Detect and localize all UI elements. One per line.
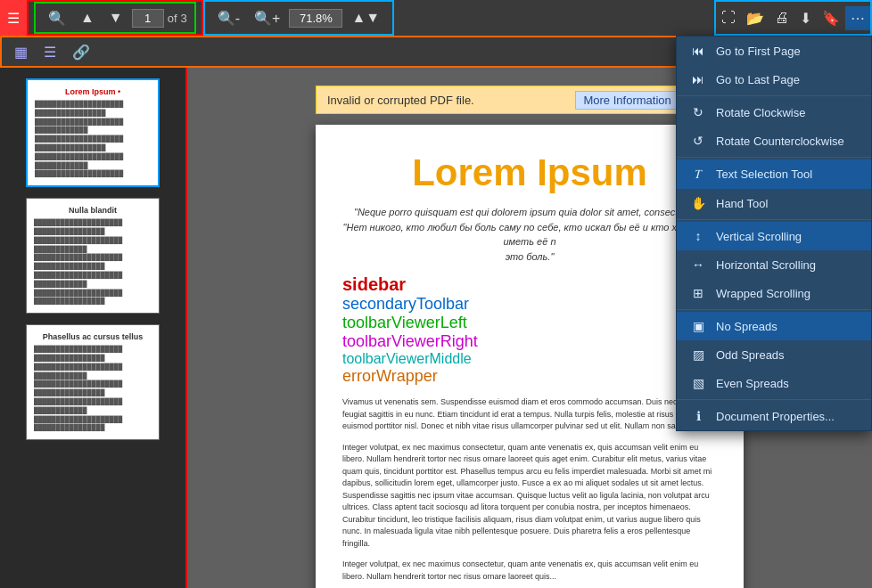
menu-horizontal-scrolling[interactable]: ↔ Horizontal Scrolling [677, 250, 871, 279]
dropdown-menu: ⏮ Go to First Page ⏭ Go to Last Page ↻ R… [676, 68, 872, 431]
page-nav-group: 🔍 ▲ ▼ of 3 [34, 2, 196, 34]
odd-spreads-icon: ▨ [689, 347, 707, 362]
fullscreen-button[interactable]: ⛶ [716, 6, 741, 29]
menu-no-spreads[interactable]: ▣ No Spreads [677, 312, 871, 340]
thumbnail-1-title: Lorem Ipsum • [35, 87, 151, 96]
list-view-button[interactable]: ☰ [38, 40, 62, 64]
pdf-body-3: Integer volutpat, ex nec maximus consect… [342, 559, 717, 583]
hand-tool-icon: ✋ [689, 196, 707, 210]
zoom-group: 🔍- 🔍+ ▲▼ [203, 0, 394, 36]
pdf-subtitle: "Neque porro quisquam est qui dolorem ip… [342, 205, 717, 264]
menu-divider-5 [677, 399, 871, 400]
thumbnail-3[interactable]: Phasellus ac cursus tellus █████████████… [26, 324, 160, 440]
pdf-body-2: Integer volutpat, ex nec maximus consect… [342, 442, 717, 551]
no-spreads-label: No Spreads [716, 320, 777, 333]
menu-text-selection[interactable]: 𝑇 Text Selection Tool [677, 159, 871, 189]
pdf-title: Lorem Ipsum [342, 151, 717, 194]
thumb1-title-text: Lorem Ipsum [65, 87, 116, 96]
menu-odd-spreads[interactable]: ▨ Odd Spreads [677, 340, 871, 369]
page-of-label: of [168, 12, 177, 25]
hamburger-button[interactable]: ☰ [0, 0, 27, 36]
error-message: Invalid or corrupted PDF file. [327, 94, 568, 107]
zoom-input[interactable] [289, 9, 342, 28]
link-button[interactable]: 🔗 [67, 40, 95, 64]
rotate-ccw-label: Rotate Counterclockwise [716, 135, 844, 148]
thumbnail-2-title: Nulla blandit [34, 206, 152, 215]
menu-divider-4 [677, 309, 871, 310]
pdf-subtitle-line3: это боль." [506, 251, 555, 262]
more-button[interactable]: ⋯ [845, 6, 870, 30]
thumbnail-3-content: ████████████████████ ████████████████ ██… [34, 345, 152, 432]
thumbnail-list: Lorem Ipsum • ████████████████████ █████… [0, 68, 185, 451]
main-content: Lorem Ipsum • ████████████████████ █████… [0, 68, 872, 588]
toolbar-right-group: ⛶ 📂 🖨 ⬇ 🔖 ⋯ [714, 0, 872, 36]
label-toolbar-right: toolbarViewerRight [342, 332, 717, 351]
toolbar-left-group: 🔍 ▲ ▼ of 3 [27, 0, 203, 36]
text-selection-label: Text Selection Tool [716, 167, 812, 181]
menu-document-properties[interactable]: ℹ Document Properties... [677, 402, 871, 430]
pdf-subtitle-line2: "Нет никого, кто любил бы боль саму по с… [343, 222, 717, 248]
label-toolbar-middle: toolbarViewerMiddle [342, 351, 717, 367]
sidebar: Lorem Ipsum • ████████████████████ █████… [0, 68, 187, 588]
thumbnail-1[interactable]: Lorem Ipsum • ████████████████████ █████… [26, 78, 160, 187]
next-page-button[interactable]: ▼ [103, 6, 128, 29]
pdf-subtitle-line1: "Neque porro quisquam est qui dolorem ip… [354, 207, 705, 217]
rotate-ccw-icon: ↺ [689, 134, 707, 148]
label-secondary-toolbar: secondaryToolbar [342, 295, 717, 314]
menu-even-spreads[interactable]: ▧ Even Spreads [677, 369, 871, 397]
wrapped-scroll-icon: ⊞ [689, 286, 707, 300]
label-sidebar: sidebar [342, 274, 717, 295]
rotate-cw-icon: ↻ [689, 105, 707, 119]
document-properties-icon: ℹ [689, 409, 707, 423]
find-button[interactable]: 🔍 [43, 6, 71, 30]
even-spreads-label: Even Spreads [716, 377, 789, 390]
menu-hand-tool[interactable]: ✋ Hand Tool [677, 189, 871, 217]
no-spreads-icon: ▣ [689, 319, 707, 333]
page-input[interactable] [132, 9, 164, 28]
menu-divider-2 [677, 157, 871, 158]
download-button[interactable]: ⬇ [794, 6, 817, 30]
menu-vertical-scrolling[interactable]: ↕ Vertical Scrolling [677, 222, 871, 250]
vertical-scrolling-label: Vertical Scrolling [716, 230, 802, 243]
menu-wrapped-scrolling[interactable]: ⊞ Wrapped Scrolling [677, 279, 871, 307]
thumbnail-3-title: Phasellus ac cursus tellus [34, 332, 152, 341]
bookmark-button[interactable]: 🔖 [817, 6, 845, 30]
document-properties-label: Document Properties... [716, 410, 835, 423]
rotate-cw-label: Rotate Clockwise [716, 106, 805, 119]
vertical-scroll-icon: ↕ [689, 229, 707, 243]
go-last-page-icon: ⏭ [689, 72, 707, 86]
toolbar-top: ☰ 🔍 ▲ ▼ of 3 🔍- 🔍+ ▲▼ ⛶ 📂 🖨 ⬇ 🔖 ⋯ [0, 0, 872, 36]
pdf-body-1: Vivamus ut venenatis sem. Suspendisse eu… [342, 396, 717, 433]
thumbnail-2[interactable]: Nulla blandit ████████████████████ █████… [26, 198, 160, 314]
print-button[interactable]: 🖨 [769, 6, 794, 29]
horizontal-scrolling-label: Horizontal Scrolling [716, 258, 816, 272]
grid-view-button[interactable]: ▦ [9, 40, 33, 64]
horizontal-scroll-icon: ↔ [689, 257, 707, 272]
menu-rotate-counterclockwise[interactable]: ↺ Rotate Counterclockwise [677, 127, 871, 155]
zoom-in-button[interactable]: 🔍+ [249, 6, 285, 30]
menu-divider-1 [677, 95, 871, 96]
wrapped-scrolling-label: Wrapped Scrolling [716, 287, 810, 300]
menu-go-last-page[interactable]: ⏭ Go to Last Page [677, 68, 871, 94]
odd-spreads-label: Odd Spreads [716, 348, 785, 362]
thumbnail-1-content: ████████████████████ ████████████████ ██… [35, 100, 151, 178]
hand-tool-label: Hand Tool [716, 197, 768, 210]
page-total-label: 3 [181, 12, 187, 25]
go-last-page-label: Go to Last Page [716, 73, 800, 86]
zoom-out-button[interactable]: 🔍- [212, 6, 245, 30]
more-info-button[interactable]: More Information [575, 91, 679, 110]
colored-labels: sidebar secondaryToolbar toolbarViewerLe… [342, 274, 717, 386]
thumb1-dot: • [118, 87, 120, 96]
prev-page-button[interactable]: ▲ [75, 6, 100, 29]
thumbnail-2-content: ████████████████████ ████████████████ ██… [34, 218, 152, 306]
zoom-dropdown-button[interactable]: ▲▼ [346, 6, 385, 29]
label-toolbar-left: toolbarViewerLeft [342, 314, 717, 332]
menu-divider-3 [677, 219, 871, 220]
even-spreads-icon: ▧ [689, 376, 707, 390]
open-button[interactable]: 📂 [741, 6, 769, 30]
menu-rotate-clockwise[interactable]: ↻ Rotate Clockwise [677, 98, 871, 127]
text-selection-icon: 𝑇 [689, 167, 707, 182]
label-error-wrapper: errorWrapper [342, 367, 717, 386]
